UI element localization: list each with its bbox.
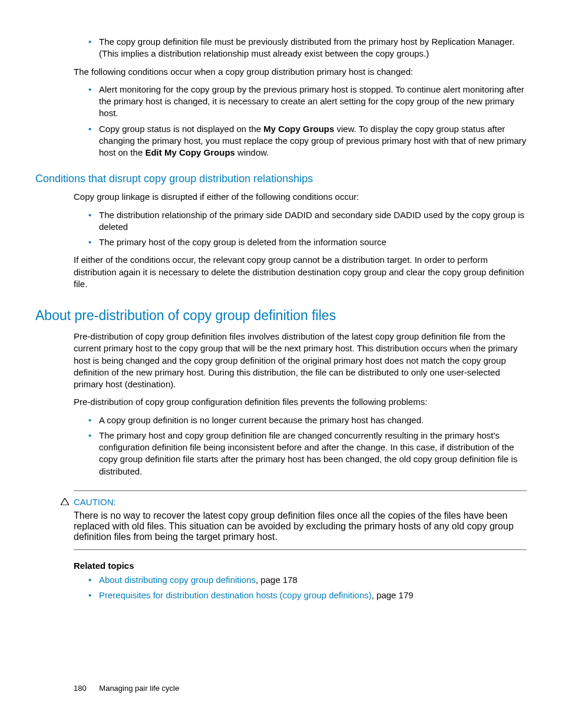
conditions-change-list: Alert monitoring for the copy group by t…	[88, 84, 527, 159]
list-item: Prerequisites for distribution destinati…	[88, 589, 527, 601]
caution-label: CAUTION:	[74, 497, 116, 507]
list-item: Copy group status is not displayed on th…	[88, 123, 527, 159]
list-item: The distribution relationship of the pri…	[88, 209, 527, 233]
related-link[interactable]: About distributing copy group definition…	[99, 575, 256, 585]
intro-bullet-list: The copy group definition file must be p…	[88, 36, 527, 60]
text-run: , page 178	[256, 575, 297, 585]
heading-disrupt: Conditions that disrupt copy group distr…	[35, 173, 527, 185]
disrupt-list: The distribution relationship of the pri…	[88, 209, 527, 249]
page-number: 180	[74, 684, 87, 693]
text-run: , page 179	[372, 590, 414, 600]
body-paragraph: Pre-distribution of copy group definitio…	[74, 331, 527, 390]
heading-predist: About pre-distribution of copy group def…	[35, 308, 527, 324]
body-paragraph: Copy group linkage is disrupted if eithe…	[74, 191, 527, 203]
list-item: A copy group definition is no longer cur…	[88, 414, 527, 426]
related-link[interactable]: Prerequisites for distribution destinati…	[99, 590, 372, 600]
predist-list: A copy group definition is no longer cur…	[88, 414, 527, 477]
list-item: About distributing copy group definition…	[88, 574, 527, 586]
related-topics-list: About distributing copy group definition…	[88, 574, 527, 602]
body-paragraph: The following conditions occur when a co…	[74, 66, 527, 78]
list-item: Alert monitoring for the copy group by t…	[88, 84, 527, 120]
text-run: window.	[235, 147, 269, 157]
caution-text: There is no way to recover the latest co…	[74, 510, 527, 542]
bold-text: Edit My Copy Groups	[145, 147, 235, 157]
text-run: Copy group status is not displayed on th…	[99, 124, 263, 134]
list-item: The primary host and copy group definiti…	[88, 430, 527, 477]
page-container: The copy group definition file must be p…	[0, 0, 562, 728]
list-item: The copy group definition file must be p…	[88, 36, 527, 60]
body-paragraph: Pre-distribution of copy group configura…	[74, 396, 527, 408]
bold-text: My Copy Groups	[263, 124, 334, 134]
related-topics-heading: Related topics	[74, 561, 527, 571]
caution-block: CAUTION: There is no way to recover the …	[74, 490, 527, 550]
list-item: The primary host of the copy group is de…	[88, 236, 527, 248]
page-footer: 180 Managing pair life cycle	[74, 684, 179, 693]
caution-header: CAUTION:	[74, 497, 527, 507]
body-paragraph: If either of the conditions occur, the r…	[74, 254, 527, 290]
footer-chapter-title: Managing pair life cycle	[99, 684, 179, 693]
caution-triangle-icon	[61, 498, 69, 505]
